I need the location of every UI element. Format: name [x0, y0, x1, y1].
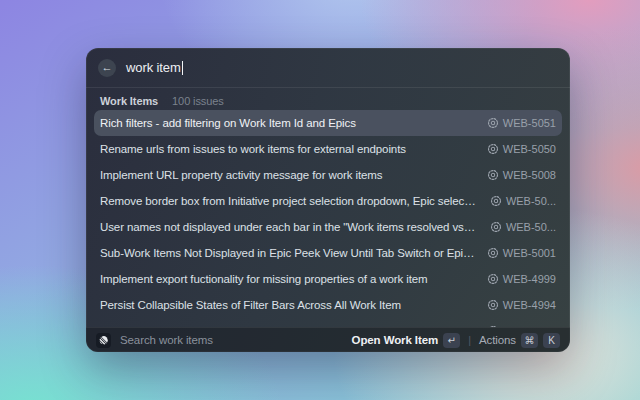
item-id: WEB-5001 [503, 247, 556, 259]
item-id-group: WEB-4999 [487, 273, 556, 285]
item-id-group: WEB-5050 [487, 143, 556, 155]
arrow-left-icon: ← [102, 62, 113, 73]
text-caret [182, 61, 184, 75]
footer-bar: Search work items Open Work Item ↵ | Act… [86, 327, 570, 352]
item-title: Implement export fuctionality for missin… [100, 273, 487, 285]
list-item[interactable]: Sub-Work Items Not Displayed in Epic Pee… [94, 240, 562, 266]
item-title: Sub-Work Items Not Displayed in Epic Pee… [100, 247, 487, 259]
list-item[interactable]: Implement export fuctionality for missin… [94, 266, 562, 292]
section-header: Work Items 100 issues [86, 88, 570, 107]
k-key-badge: K [543, 333, 560, 348]
backlog-status-icon [487, 273, 499, 285]
backlog-status-icon [487, 169, 499, 181]
list-item[interactable]: Persist Collapsible States of Filter Bar… [94, 292, 562, 318]
item-id-group: WEB-5051 [487, 117, 556, 129]
backlog-status-icon [487, 143, 499, 155]
open-work-item-button[interactable]: Open Work Item ↵ [352, 333, 461, 348]
item-id: WEB-5008 [503, 169, 556, 181]
list-item[interactable]: User names not displayed under each bar … [94, 214, 562, 240]
item-id-group: WEB-5008 [487, 169, 556, 181]
item-id: WEB-5051 [503, 117, 556, 129]
backlog-status-icon [490, 221, 502, 233]
footer-divider: | [467, 334, 472, 346]
item-id-group: WEB-4994 [487, 299, 556, 311]
list-item[interactable]: Remove border box from Initiative projec… [94, 188, 562, 214]
list-item[interactable]: Rename urls from issues to work items fo… [94, 136, 562, 162]
back-button[interactable]: ← [98, 59, 116, 77]
backlog-status-icon [487, 247, 499, 259]
search-header: ← work item [86, 48, 570, 88]
item-id: WEB-50... [506, 195, 556, 207]
section-count: 100 issues [172, 95, 224, 107]
footer-search-input[interactable]: Search work items [120, 334, 352, 346]
item-id-group: WEB-50... [490, 195, 556, 207]
command-palette-dialog: ← work item Work Items 100 issues Rich f… [86, 48, 570, 352]
item-id-group: WEB-5001 [487, 247, 556, 259]
search-query-text: work item [126, 60, 181, 75]
search-input[interactable]: work item [126, 60, 183, 75]
actions-label: Actions [479, 334, 516, 346]
section-title: Work Items [100, 95, 158, 107]
item-id: WEB-4994 [503, 299, 556, 311]
backlog-status-icon [487, 299, 499, 311]
item-title: Implement URL property activity message … [100, 169, 487, 181]
linear-logo-icon [99, 336, 108, 345]
footer-actions: Open Work Item ↵ | Actions ⌘ K [352, 333, 560, 348]
item-id-group: WEB-50... [490, 221, 556, 233]
list-item[interactable]: Implement URL property activity message … [94, 162, 562, 188]
cmd-key-badge: ⌘ [521, 333, 538, 348]
results-list: Rich filters - add filtering on Work Ite… [86, 107, 570, 327]
backlog-status-icon [490, 195, 502, 207]
linear-app-icon [96, 333, 111, 348]
actions-button[interactable]: Actions ⌘ K [479, 333, 560, 348]
item-id: WEB-50... [506, 221, 556, 233]
item-title: Remove border box from Initiative projec… [100, 195, 490, 207]
backlog-status-icon [487, 117, 499, 129]
list-item[interactable]: Error Message Appears in Draft When Savi… [94, 318, 562, 327]
list-item[interactable]: Rich filters - add filtering on Work Ite… [94, 110, 562, 136]
item-title: User names not displayed under each bar … [100, 221, 490, 233]
item-title: Rename urls from issues to work items fo… [100, 143, 487, 155]
item-title: Persist Collapsible States of Filter Bar… [100, 299, 487, 311]
enter-key-badge: ↵ [443, 333, 460, 348]
item-id: WEB-4999 [503, 273, 556, 285]
item-title: Rich filters - add filtering on Work Ite… [100, 117, 487, 129]
open-work-item-label: Open Work Item [352, 334, 439, 346]
item-id: WEB-5050 [503, 143, 556, 155]
